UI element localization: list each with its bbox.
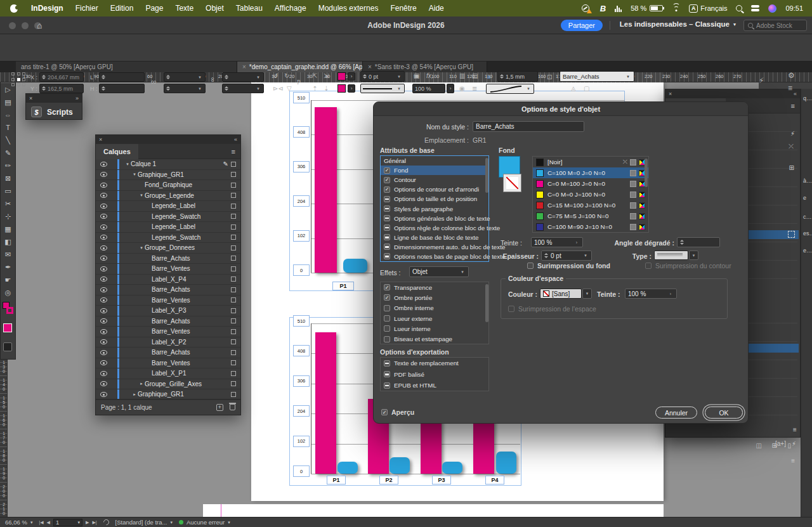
menu-edition[interactable]: Edition bbox=[110, 4, 134, 13]
flip-vertical-icon[interactable]: ▽ bbox=[287, 85, 292, 92]
rotate-cw-icon[interactable]: ↻ bbox=[284, 72, 289, 79]
layer-row[interactable]: ▾Groupe_Donnees bbox=[96, 243, 240, 254]
doc-tab[interactable]: ans titre-1 @ 50% [Aperçu GPU] bbox=[16, 62, 237, 72]
preflight-icon[interactable] bbox=[102, 518, 110, 526]
menu-fenêtre[interactable]: Fenêtre bbox=[390, 4, 416, 13]
visibility-toggle[interactable] bbox=[96, 381, 111, 386]
checkbox[interactable] bbox=[384, 382, 390, 389]
export-item[interactable]: PDF balisé bbox=[381, 369, 488, 381]
selection-target-box[interactable] bbox=[231, 162, 236, 167]
layer-name[interactable]: Groupe_Donnees bbox=[145, 244, 195, 251]
swatch-row[interactable]: C=15 M=100 J=100 N=0 bbox=[533, 200, 648, 211]
close-tab-icon[interactable]: × bbox=[242, 63, 246, 70]
layer-row[interactable]: Barre_Achats bbox=[96, 348, 240, 358]
x-axis-label[interactable]: P2 bbox=[379, 476, 398, 485]
wrap-none-icon[interactable]: ▥ bbox=[459, 72, 465, 79]
checkbox[interactable] bbox=[384, 215, 390, 221]
attr-item[interactable]: Options générales de bloc de texte bbox=[381, 214, 488, 223]
visibility-toggle[interactable] bbox=[96, 308, 111, 313]
selection-target-box[interactable] bbox=[231, 318, 236, 323]
free-transform-tool[interactable]: ⊹ bbox=[1, 210, 15, 223]
layer-name[interactable]: Calque 1 bbox=[131, 160, 156, 167]
quick-actions-icon[interactable]: ⚡ bbox=[759, 76, 764, 85]
dock-icon[interactable]: [a+] bbox=[775, 440, 786, 447]
selection-target-box[interactable] bbox=[231, 172, 236, 177]
y-axis-tick-label[interactable]: 510 bbox=[293, 92, 310, 103]
layer-name[interactable]: Barre_Ventes bbox=[152, 297, 190, 304]
stroke-more-button[interactable]: › bbox=[348, 84, 355, 93]
shear-angle-field[interactable]: ▾ bbox=[222, 84, 264, 93]
link-scale-icon[interactable]: ∞ bbox=[209, 77, 217, 82]
page-number-field[interactable]: 1▾ bbox=[53, 519, 82, 526]
attr-item[interactable]: ✓Contour bbox=[381, 175, 488, 185]
prev-page-button[interactable]: ◀ bbox=[47, 520, 50, 525]
layer-row[interactable]: Barre_Ventes bbox=[96, 327, 240, 337]
expand-arrow-icon[interactable]: ▾ bbox=[131, 172, 138, 177]
attr-item[interactable]: ✓Options de contour et d'arrondi bbox=[381, 185, 488, 194]
wrap-object-icon[interactable]: ◉ bbox=[459, 85, 465, 92]
checkbox[interactable]: ✓ bbox=[384, 284, 390, 290]
y-axis-tick-label[interactable]: 306 bbox=[293, 161, 310, 172]
control-center-icon[interactable] bbox=[751, 4, 759, 13]
scrollbar-thumb[interactable] bbox=[485, 284, 488, 322]
corner-shape-dropdown[interactable]: ▾ bbox=[486, 84, 534, 94]
layer-row[interactable]: Fond_Graphique bbox=[96, 180, 240, 191]
pen-tool[interactable]: ✎ bbox=[1, 146, 15, 159]
y-axis-tick-label[interactable]: 510 bbox=[293, 315, 310, 327]
swatch-row[interactable]: C=0 M=100 J=0 N=0 bbox=[533, 178, 648, 189]
layer-row[interactable]: Barre_Ventes bbox=[96, 358, 240, 369]
x-position-field[interactable]: 204,667 mm bbox=[39, 72, 84, 82]
swatch-row[interactable]: C=100 M=90 J=10 N=0 bbox=[533, 221, 648, 232]
ok-button[interactable]: OK bbox=[705, 407, 743, 419]
height-field[interactable] bbox=[99, 84, 145, 93]
dock-panel-label[interactable]: c… bbox=[803, 214, 812, 220]
visibility-toggle[interactable] bbox=[96, 235, 111, 240]
gap-color-chevron[interactable]: ▾ bbox=[582, 289, 592, 299]
layer-row[interactable]: Label_X_P2 bbox=[96, 337, 240, 348]
selection-target-box[interactable] bbox=[231, 392, 236, 397]
zoom-tool[interactable]: ◎ bbox=[1, 286, 15, 299]
menu-clock[interactable]: 09:51 bbox=[785, 4, 803, 12]
visibility-toggle[interactable] bbox=[96, 224, 111, 230]
layer-name[interactable]: Label_X_P3 bbox=[152, 307, 187, 314]
export-item[interactable]: Texte de remplacement bbox=[381, 358, 488, 369]
effect-item[interactable]: Lueur externe bbox=[381, 313, 488, 323]
hand-tool[interactable]: ☛ bbox=[1, 273, 15, 286]
selection-target-box[interactable] bbox=[231, 245, 236, 250]
layer-row[interactable]: Barre_Achats bbox=[96, 285, 240, 296]
checkbox[interactable]: ✓ bbox=[384, 186, 390, 193]
visibility-toggle[interactable] bbox=[96, 204, 111, 209]
visibility-toggle[interactable] bbox=[96, 183, 111, 188]
menu-modules-externes[interactable]: Modules externes bbox=[318, 4, 379, 13]
expand-icon[interactable]: » bbox=[75, 95, 79, 101]
swatch-list[interactable]: [Noir]⤫C=100 M=0 J=0 N=0C=0 M=100 J=0 N=… bbox=[532, 156, 649, 233]
expand-arrow-icon[interactable]: ▸ bbox=[138, 381, 145, 386]
clear-overrides-icon[interactable]: ◫ bbox=[756, 442, 762, 449]
checkbox[interactable] bbox=[384, 244, 390, 250]
y-axis-tick-label[interactable]: 408 bbox=[293, 345, 310, 356]
visibility-toggle[interactable] bbox=[96, 172, 111, 177]
selection-target-box[interactable] bbox=[231, 204, 236, 209]
effect-item[interactable]: Lueur interne bbox=[381, 323, 488, 334]
weight-field[interactable]: 0 pt▾ bbox=[541, 250, 592, 261]
selection-target-box[interactable] bbox=[231, 224, 236, 230]
basic-attributes-list[interactable]: Général✓Fond✓Contour✓Options de contour … bbox=[380, 155, 489, 262]
layer-name[interactable]: Groupe_Grille_Axes bbox=[145, 381, 202, 387]
bar-ventes[interactable] bbox=[442, 462, 462, 474]
selection-target-box[interactable] bbox=[231, 360, 236, 365]
selection-target-box[interactable] bbox=[231, 193, 236, 198]
visibility-toggle[interactable] bbox=[96, 339, 111, 344]
selection-target-box[interactable] bbox=[231, 329, 236, 334]
dock-panel-label[interactable]: e… bbox=[803, 247, 812, 254]
layer-name[interactable]: Fond_Graphique bbox=[145, 181, 192, 188]
input-language[interactable]: AFrançais bbox=[689, 4, 727, 13]
visibility-toggle[interactable] bbox=[96, 162, 111, 167]
scrollbar-thumb[interactable] bbox=[645, 159, 648, 187]
b-app-icon[interactable]: B bbox=[600, 4, 606, 13]
opacity-field[interactable]: 100 % bbox=[412, 84, 445, 93]
wrap-jump-icon[interactable]: ≣ bbox=[472, 85, 477, 92]
corner-options-icon[interactable]: ⌗ bbox=[487, 74, 491, 81]
layer-name[interactable]: Barre_Ventes bbox=[152, 360, 190, 367]
selection-target-box[interactable] bbox=[231, 308, 236, 313]
width-field[interactable] bbox=[99, 72, 145, 82]
